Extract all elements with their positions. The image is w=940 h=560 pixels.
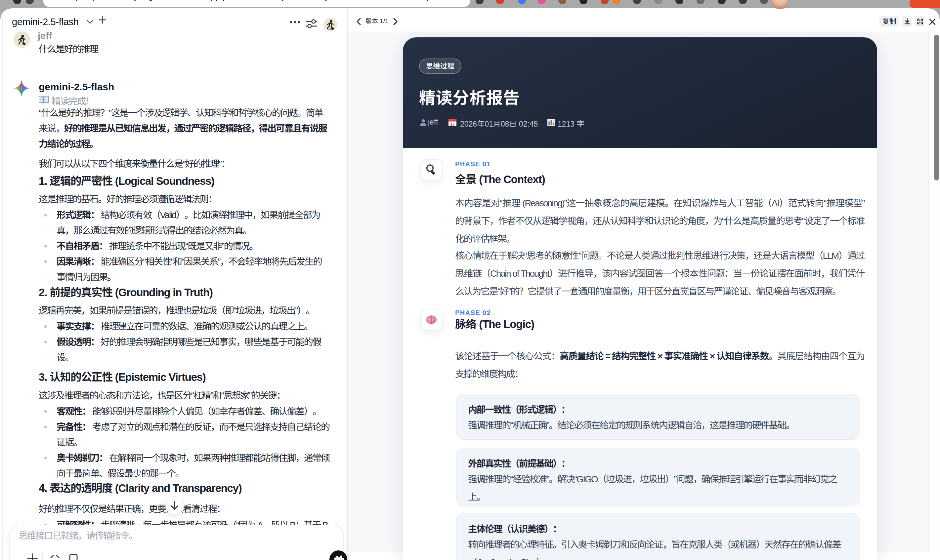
svg-text:17: 17 [450, 122, 455, 127]
